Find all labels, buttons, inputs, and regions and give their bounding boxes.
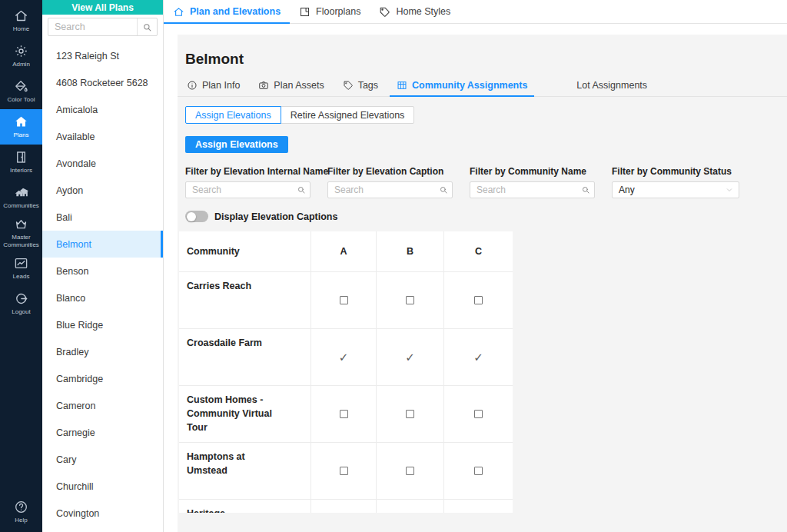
search-icon[interactable] — [577, 185, 594, 195]
plan-list-item-bradley[interactable]: Bradley — [42, 338, 163, 365]
top-tab-floorplans[interactable]: Floorplans — [290, 0, 370, 23]
main-tab-label: Tags — [358, 80, 378, 91]
assignment-checkbox[interactable] — [340, 296, 348, 304]
nav-rail-item-plans[interactable]: Plans — [0, 109, 42, 145]
page-title: Belmont — [185, 51, 244, 68]
plan-list-item-blanco[interactable]: Blanco — [42, 284, 163, 311]
plan-list-item-123-raleigh-st[interactable]: 123 Raleigh St — [42, 42, 163, 69]
community-name-cell: Croasdaile Farm — [179, 329, 311, 385]
nav-rail-item-leads[interactable]: Leads — [0, 251, 42, 286]
plan-list-item-available[interactable]: Available — [42, 123, 163, 150]
nav-rail-item-interiors[interactable]: Interiors — [0, 145, 42, 180]
chevron-down-icon — [720, 185, 739, 195]
table-header-community: Community — [179, 231, 311, 271]
plan-list-item-benson[interactable]: Benson — [42, 258, 163, 284]
nav-rail-item-color-tool[interactable]: Color Tool — [0, 74, 42, 109]
nav-rail-item-help[interactable]: Help — [0, 497, 42, 527]
plan-list-item-aydon[interactable]: Aydon — [42, 177, 163, 204]
community-name-cell: Hamptons at Umstead — [179, 443, 311, 499]
main-tab-label: Community Assignments — [412, 80, 527, 91]
plan-list-item-bali[interactable]: Bali — [42, 204, 163, 231]
assignment-checkbox[interactable] — [340, 410, 348, 418]
table-row-heritage: Heritage — [179, 499, 513, 513]
plan-list-item-carnegie[interactable]: Carnegie — [42, 419, 163, 446]
top-tab-label: Home Styles — [396, 6, 450, 17]
mode-option-assign-elevations[interactable]: Assign Elevations — [185, 106, 281, 124]
app-window: Home Admin Color Tool Plans Interiors Co… — [0, 0, 787, 532]
plan-list-item-avondale[interactable]: Avondale — [42, 150, 163, 177]
filters-row: Filter by Elevation Internal Name Filter… — [185, 166, 739, 198]
tag-icon — [379, 6, 390, 18]
toggle-knob — [187, 212, 196, 221]
main-tab-plan-assets[interactable]: Plan Assets — [251, 74, 330, 96]
assignment-checkbox[interactable] — [474, 467, 483, 475]
nav-rail-item-label: Home — [13, 25, 29, 33]
filter-filter-by-community-name: Filter by Community Name — [470, 166, 612, 198]
plan-list-item-cary[interactable]: Cary — [42, 446, 163, 473]
filter-search-input[interactable] — [328, 185, 435, 195]
table-cell — [311, 443, 377, 499]
home-filled-icon — [14, 115, 28, 129]
mode-switch-group: Assign ElevationsRetire Assigned Elevati… — [185, 106, 414, 124]
search-icon[interactable] — [435, 185, 452, 195]
top-tab-label: Floorplans — [316, 6, 360, 17]
nav-rail-item-communities[interactable]: Communities — [0, 180, 42, 215]
nav-rail-items: Home Admin Color Tool Plans Interiors Co… — [0, 0, 42, 321]
nav-rail-item-label: Interiors — [10, 167, 32, 175]
main-tab-label: Plan Assets — [274, 80, 324, 91]
nav-rail-item-label: Color Tool — [8, 96, 35, 104]
view-all-plans-button[interactable]: View All Plans — [42, 0, 163, 15]
table-cell — [444, 272, 513, 328]
search-icon[interactable] — [293, 185, 310, 195]
community-status-select[interactable]: Any — [612, 181, 739, 198]
nav-rail-item-home[interactable]: Home — [0, 3, 42, 38]
table-header-c: C — [444, 231, 513, 271]
assign-elevations-button[interactable]: Assign Elevations — [185, 136, 288, 153]
plan-list-item-belmont[interactable]: Belmont — [42, 231, 163, 258]
assignment-checkbox[interactable] — [406, 296, 414, 304]
main-tab-community-assignments[interactable]: Community Assignments — [390, 74, 534, 96]
display-elevation-captions-toggle[interactable] — [185, 211, 208, 222]
main-panel: Belmont Plan Info Plan Assets Tags Commu… — [178, 35, 787, 532]
mode-option-retire-assigned-elevations[interactable]: Retire Assigned Elevations — [281, 106, 415, 124]
filter-search-input[interactable] — [470, 185, 577, 195]
filter-label: Filter by Community Status — [612, 166, 739, 177]
check-icon: ✓ — [405, 351, 415, 364]
plan-list-item-blue-ridge[interactable]: Blue Ridge — [42, 311, 163, 338]
main-tab-label: Plan Info — [202, 80, 240, 91]
table-cell — [444, 443, 513, 499]
gear-icon — [14, 44, 28, 58]
assignment-checkbox[interactable] — [474, 296, 483, 304]
plan-list-item-4608-rocketeer-5628[interactable]: 4608 Rocketeer 5628 — [42, 69, 163, 96]
plan-list-item-covington[interactable]: Covington — [42, 500, 163, 527]
filter-filter-by-elevation-internal-name: Filter by Elevation Internal Name — [185, 166, 327, 198]
assignment-checkbox[interactable] — [340, 467, 348, 475]
plan-search-input[interactable] — [48, 18, 137, 35]
plan-list-item-amicalola[interactable]: Amicalola — [42, 96, 163, 123]
nav-rail-item-logout[interactable]: Logout — [0, 286, 42, 321]
assignment-checkbox[interactable] — [406, 410, 414, 418]
top-tab-home-styles[interactable]: Home Styles — [370, 0, 460, 23]
nav-rail-item-master-communities[interactable]: Master Communities — [0, 215, 42, 251]
table-row-hamptons-at-umstead: Hamptons at Umstead — [179, 442, 513, 499]
plan-list-item-cambridge[interactable]: Cambridge — [42, 365, 163, 392]
table-header-b: B — [377, 231, 444, 271]
search-icon[interactable] — [137, 18, 157, 35]
plan-list-item-cameron[interactable]: Cameron — [42, 392, 163, 419]
top-tab-plan-and-elevations[interactable]: Plan and Elevations — [164, 0, 290, 23]
filter-filter-by-elevation-caption: Filter by Elevation Caption — [327, 166, 470, 198]
nav-rail: Home Admin Color Tool Plans Interiors Co… — [0, 0, 42, 532]
assignment-checkbox[interactable] — [474, 410, 483, 418]
filter-search-box — [327, 181, 453, 198]
table-cell — [444, 500, 513, 513]
filter-search-input[interactable] — [186, 185, 293, 195]
table-cell — [377, 272, 444, 328]
check-icon: ✓ — [339, 351, 349, 364]
nav-rail-item-admin[interactable]: Admin — [0, 38, 42, 74]
assignment-checkbox[interactable] — [406, 467, 414, 475]
main-tab-lot-assignments[interactable]: Lot Assignments — [569, 74, 654, 96]
table-row-croasdaile-farm: Croasdaile Farm✓✓✓ — [179, 328, 513, 385]
main-tab-tags[interactable]: Tags — [336, 74, 385, 96]
plan-list-item-churchill[interactable]: Churchill — [42, 473, 163, 500]
main-tab-plan-info[interactable]: Plan Info — [180, 74, 247, 96]
